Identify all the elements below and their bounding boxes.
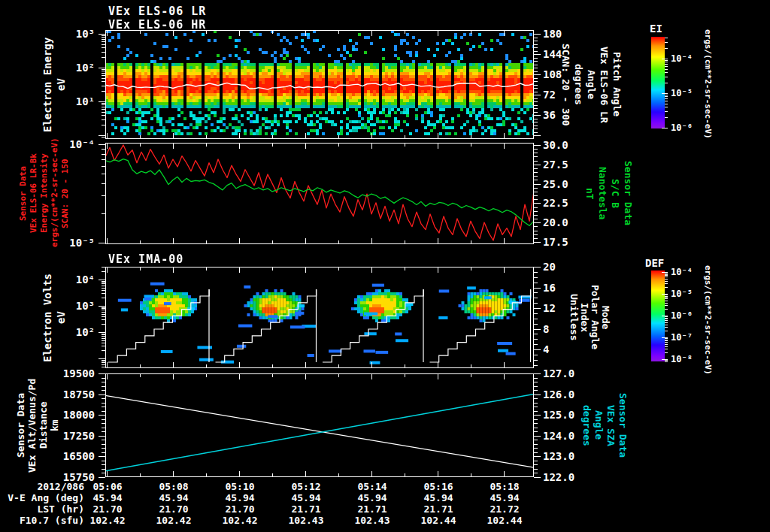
axis-tick <box>534 436 541 437</box>
axis-tick <box>534 54 541 55</box>
axis-tick <box>534 288 541 289</box>
axis-tick <box>665 298 668 299</box>
axis-tick <box>102 81 105 82</box>
table-cell-value: 102.44 <box>421 515 456 526</box>
vex-quicklook-plot: VEx ELS-06 LR VEx ELS-06 HR VEx IMA-00 E… <box>0 0 770 532</box>
table-cell-value: 05:06 <box>92 481 122 492</box>
axis-tick <box>534 128 538 129</box>
axis-label-line: degrees <box>581 373 593 477</box>
axis-tick <box>102 316 105 317</box>
axis-tick <box>534 44 538 45</box>
axis-tick <box>102 35 105 36</box>
axis-tick <box>665 295 668 295</box>
alt-left-axis-label: Sensor DataVEx Alt/Venus/PdDistancekm <box>15 373 60 477</box>
axis-tick <box>305 268 306 273</box>
axis-tick <box>102 310 105 310</box>
axis-tick <box>665 338 668 339</box>
table-cell-value: 05:14 <box>357 481 387 492</box>
axis-tick <box>438 238 438 243</box>
table-cell-value: 05:12 <box>291 481 320 492</box>
axis-tick <box>534 324 538 325</box>
axis-tick <box>534 298 538 298</box>
axis-tick <box>534 135 541 136</box>
axis-tick <box>665 320 668 321</box>
axis-tick <box>665 297 668 298</box>
table-cell-value: 45.94 <box>490 492 519 503</box>
axis-tick <box>140 135 141 138</box>
ima-left-axis-label: Electron VoltseV <box>41 267 68 368</box>
axis-tick <box>665 352 668 353</box>
axis-label-line: Unitless <box>568 267 579 368</box>
axis-tick <box>534 473 538 473</box>
axis-tick <box>665 305 668 306</box>
axis-label-line: ergs/(cm**2-sr-sec-eV) <box>702 26 713 143</box>
axis-label-line: SCAN: 20 - 150 <box>60 140 71 247</box>
axis-tick <box>99 135 105 136</box>
axis-tick <box>102 103 105 104</box>
axis-tick <box>665 83 668 83</box>
axis-tick <box>102 382 105 382</box>
axis-tick <box>665 277 668 277</box>
axis-tick <box>665 309 668 310</box>
axis-tick <box>99 144 105 145</box>
axis-tick <box>534 415 541 416</box>
colorbar-tick-label: 10⁻⁷ <box>671 332 705 343</box>
axis-tick <box>239 374 240 379</box>
axis-tick <box>534 329 541 330</box>
axis-tick <box>665 273 668 274</box>
axis-tick <box>102 283 105 284</box>
axis-tick <box>665 318 668 319</box>
axis-tick <box>504 238 505 243</box>
axis-label-line: Sensor Data <box>617 373 629 477</box>
axis-tick <box>140 364 141 367</box>
axis-tick <box>371 471 372 476</box>
axis-tick <box>371 133 372 138</box>
colorbar-tick-label: 10⁻⁴ <box>671 53 705 64</box>
axis-tick <box>102 104 105 105</box>
colorbar-def-units: ergs/(cm**2-sr-sec-eV) <box>702 261 713 379</box>
axis-tick <box>534 192 538 192</box>
table-cell-value: 05:10 <box>225 481 254 492</box>
axis-tick <box>102 125 105 125</box>
axis-tick <box>102 307 105 308</box>
axis-tick <box>534 207 538 208</box>
axis-tick <box>665 69 668 70</box>
table-row-label: F10.7 (sfu) <box>6 515 84 526</box>
colorbar-tick-label: 10⁻⁵ <box>671 289 705 299</box>
axis-tick <box>102 39 105 40</box>
axis-tick <box>438 144 438 149</box>
axis-tick <box>471 473 471 476</box>
axis-label-line: Angle <box>593 373 605 477</box>
axis-tick <box>438 31 438 36</box>
axis-tick <box>471 31 471 34</box>
axis-tick <box>405 364 405 367</box>
axis-tick <box>305 31 306 36</box>
colorbar-tick-label: 10⁻⁵ <box>671 88 705 98</box>
axis-tick <box>438 471 438 476</box>
axis-tick <box>102 403 105 404</box>
axis-tick <box>405 268 405 271</box>
axis-tick <box>102 431 105 432</box>
axis-tick <box>504 374 505 379</box>
axis-tick <box>140 268 141 271</box>
axis-tick <box>102 346 105 346</box>
axis-tick <box>305 374 306 379</box>
axis-tick <box>665 346 668 347</box>
alt-sza-canvas <box>105 373 534 477</box>
axis-tick <box>239 268 240 273</box>
axis-tick <box>534 378 538 379</box>
axis-tick <box>107 133 108 138</box>
axis-label-line: degrees <box>572 27 585 142</box>
axis-label-line: Nanotesla <box>596 143 609 244</box>
axis-tick <box>504 471 505 476</box>
axis-tick <box>405 31 405 34</box>
ima-title: VEx IMA-00 <box>108 252 183 266</box>
axis-tick <box>534 231 538 231</box>
axis-tick <box>665 301 668 301</box>
axis-tick <box>665 316 668 317</box>
axis-tick <box>102 350 105 351</box>
axis-label-line: eV <box>54 30 68 139</box>
axis-tick <box>99 373 105 374</box>
els-hr-title: VEx ELS-06 HR <box>108 18 206 32</box>
axis-tick <box>102 37 105 38</box>
